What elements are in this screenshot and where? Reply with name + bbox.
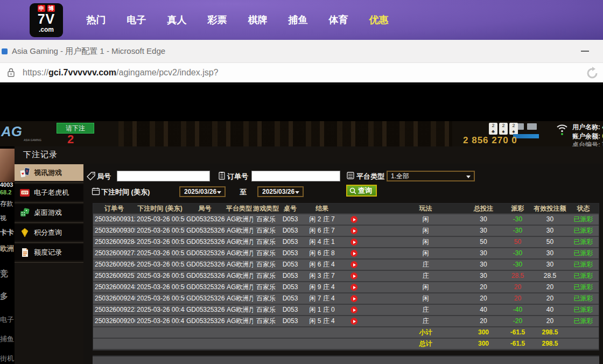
- nav-item-3[interactable]: 彩票: [197, 13, 237, 26]
- cell: AG欧洲厅: [225, 316, 253, 326]
- sidebar-item-1[interactable]: 777电子老虎机: [15, 184, 83, 201]
- cell: D053: [279, 237, 302, 247]
- sidebar-item-label: 电子老虎机: [34, 188, 69, 198]
- cell: GD0532532609U: [185, 260, 225, 270]
- cell: 百家乐: [253, 248, 279, 258]
- cell: 28.5: [502, 271, 533, 281]
- bet-records-panel: 下注记录 9♥视讯游戏777电子老虎机桌面游戏积分查询额度记录 局号 订单号 平…: [15, 146, 603, 364]
- panel-title: 下注记录: [23, 150, 58, 160]
- cell: 250326009284691: [93, 237, 135, 247]
- replay-cell: [342, 293, 365, 304]
- nav-item-0[interactable]: 热门: [76, 13, 116, 26]
- round-input[interactable]: [117, 171, 210, 181]
- cell: [279, 327, 302, 338]
- table-row: 2503260092484512025-03-26 00:50:56GD0532…: [93, 282, 599, 293]
- cell: 已派彩: [567, 237, 600, 247]
- cell: AG欧洲厅: [225, 305, 253, 315]
- replay-button[interactable]: [350, 227, 357, 234]
- replay-button[interactable]: [350, 216, 357, 223]
- platform-select[interactable]: 1.全部: [387, 171, 475, 181]
- cell: [365, 293, 387, 304]
- cell: D053: [279, 260, 302, 270]
- cell: 40: [533, 305, 567, 315]
- table-row: 2503260092066972025-03-26 00:47:24GD0532…: [93, 316, 599, 327]
- sidebar-item-4[interactable]: 额度记录: [15, 244, 83, 261]
- date-to-picker[interactable]: 2025/03/26: [257, 186, 304, 197]
- refresh-icon[interactable]: [586, 67, 599, 80]
- cell: 已派彩: [567, 260, 600, 270]
- cell: GD0532532609T: [185, 271, 225, 281]
- cell: 250326009257504: [93, 271, 135, 281]
- cell: AG欧洲厅: [225, 282, 253, 292]
- edge-icon: [2, 48, 8, 54]
- cell: GD0532532609W: [185, 237, 225, 247]
- nav-menu: 热门电子真人彩票棋牌捕鱼体育优惠: [76, 0, 399, 40]
- cell: 20: [502, 293, 533, 304]
- replay-button[interactable]: [350, 272, 357, 279]
- cell: 30: [465, 214, 502, 225]
- cell: 20: [465, 293, 502, 304]
- search-icon: [349, 187, 356, 194]
- replay-cell: [342, 237, 365, 247]
- column-header: 总投注: [465, 204, 502, 213]
- replay-button[interactable]: [350, 318, 357, 325]
- nav-item-6[interactable]: 体育: [318, 13, 359, 26]
- cell: -30: [502, 248, 533, 258]
- round-label: 局号: [97, 172, 111, 181]
- sidebar-item-3[interactable]: 积分查询: [15, 224, 83, 241]
- nav-item-7[interactable]: 优惠: [359, 13, 399, 26]
- cell: D053: [279, 293, 302, 304]
- cell: 2025-03-26 00:52:12: [135, 260, 185, 270]
- nav-item-2[interactable]: 真人: [157, 13, 197, 26]
- cell: D053: [279, 271, 302, 281]
- nav-item-5[interactable]: 捕鱼: [278, 13, 318, 26]
- logo-text: 7V: [38, 12, 55, 26]
- cell: [279, 339, 302, 349]
- cell: 闲 4 庄 1: [302, 237, 342, 247]
- cell: D053: [279, 305, 302, 315]
- cell: D053: [279, 248, 302, 258]
- wifi-icon: [556, 123, 569, 133]
- cell: [185, 339, 225, 349]
- platform-label: 平台类型: [356, 172, 384, 181]
- cell: [365, 260, 387, 270]
- replay-button[interactable]: [350, 250, 357, 257]
- table-header-row: 订单号下注时间 (美东)局号平台类型游戏类型桌号结果玩法总投注派彩有效投注额状态: [93, 204, 599, 214]
- site-logo[interactable]: 申 博 7V .com: [30, 3, 63, 37]
- address-bar[interactable]: https://gci.7vvvvvv.com/agingame/pcv2/in…: [0, 62, 603, 85]
- cell: 百家乐: [253, 293, 279, 304]
- cell: 30: [533, 214, 567, 225]
- minimize-button[interactable]: [581, 51, 589, 52]
- table-row: 2503260092235652025-03-26 00:48:51GD0532…: [93, 305, 599, 316]
- sidebar-item-2[interactable]: 桌面游戏: [15, 204, 83, 221]
- cell: 闲 6 庄 7: [302, 226, 342, 236]
- replay-button[interactable]: [350, 284, 357, 291]
- cell: [365, 339, 387, 349]
- cell: 50: [502, 237, 533, 247]
- replay-button[interactable]: [350, 295, 357, 302]
- cell: 闲: [387, 282, 465, 292]
- table-row: 2503260092736662025-03-26 00:52:56GD0532…: [93, 248, 599, 260]
- search-button[interactable]: 查询: [346, 185, 377, 197]
- lock-icon[interactable]: [7, 68, 15, 78]
- replay-button[interactable]: [350, 306, 357, 313]
- document-icon: [19, 247, 30, 258]
- replay-button[interactable]: [350, 261, 357, 268]
- cell: 2025-03-26 00:47:24: [135, 316, 185, 326]
- cell: 闲: [387, 237, 465, 247]
- replay-button[interactable]: [350, 239, 357, 246]
- date-from-picker[interactable]: 2025/03/26: [179, 186, 226, 197]
- cell: 百家乐: [253, 226, 279, 236]
- order-input[interactable]: [251, 171, 340, 181]
- cell: [302, 327, 342, 338]
- cell: [93, 327, 135, 338]
- to-label: 至: [240, 187, 247, 197]
- replay-cell: [342, 271, 365, 281]
- background-fragment: 卡卡: [0, 228, 15, 237]
- nav-item-1[interactable]: 电子: [116, 13, 157, 26]
- cell: 30: [533, 248, 567, 258]
- cell: [302, 339, 342, 349]
- sidebar-item-0[interactable]: 9♥视讯游戏: [15, 164, 83, 181]
- nav-item-4[interactable]: 棋牌: [237, 13, 278, 26]
- status-dot: [561, 133, 563, 135]
